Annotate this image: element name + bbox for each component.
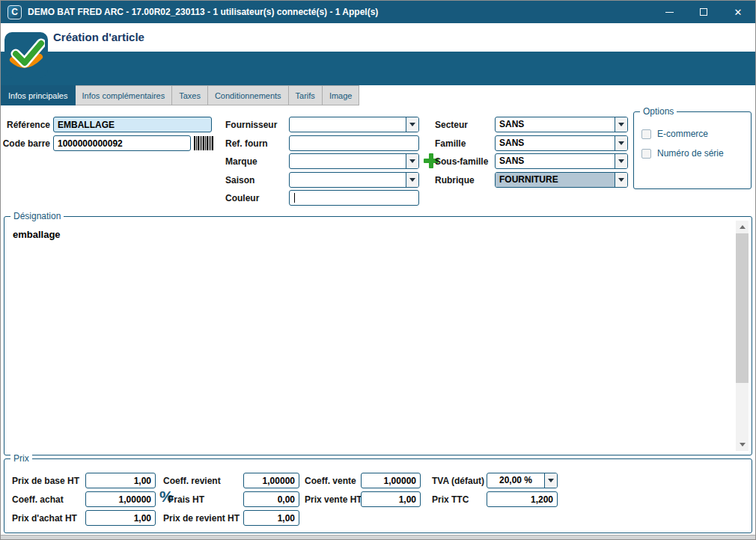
coeff-vente-label: Coeff. vente [305,476,356,486]
prix-revient-ht-label: Prix de revient HT [163,513,240,524]
prix-base-ht-input[interactable] [85,473,156,488]
prix-groupbox: Prix Prix de base HT Coeff. revient Coef… [4,458,752,533]
rubrique-value: FOURNITURE [496,173,615,187]
marque-value [290,154,406,168]
secteur-label: Secteur [435,120,468,130]
code-barre-input[interactable] [53,135,191,151]
tab-conditionnements[interactable]: Conditionnements [208,85,289,105]
ecommerce-option[interactable]: E-commerce [641,129,708,139]
arrow-down-icon [740,443,746,447]
ecommerce-checkbox[interactable] [641,129,651,139]
numero-serie-checkbox[interactable] [641,149,651,159]
text-cursor [294,193,295,203]
barcode-icon [194,136,213,150]
application-window: C DEMO BAT FRED ARC - 17.00R02_230113 - … [0,0,756,540]
close-button[interactable]: ✕ [721,1,755,23]
maximize-icon [700,8,707,16]
status-bar-sliver [1,535,755,539]
coeff-achat-input[interactable] [85,491,156,507]
maximize-button[interactable] [686,1,721,23]
window-title: DEMO BAT FRED ARC - 17.00R02_230113 - 1 … [28,7,652,17]
rubrique-dropdown-button[interactable] [615,173,627,187]
prix-ttc-input[interactable] [487,491,558,507]
ref-fourn-input[interactable] [289,135,419,151]
sous-famille-select[interactable]: SANS [495,153,628,169]
chevron-down-icon [409,178,415,182]
saison-select[interactable] [289,172,419,188]
options-title: Options [640,106,677,117]
famille-dropdown-button[interactable] [615,136,627,150]
tab-infos-principales[interactable]: Infos principales [1,85,76,105]
tva-defaut-label: TVA (défaut) [432,476,484,486]
couleur-label: Couleur [225,193,259,203]
famille-label: Famille [435,138,466,149]
secteur-select[interactable]: SANS [495,117,628,132]
coeff-achat-label: Coeff. achat [12,494,64,505]
tab-tarifs[interactable]: Tarifs [289,85,323,105]
famille-value: SANS [496,136,615,150]
checkmark-swoosh-icon [7,37,45,74]
prix-revient-ht-input[interactable] [243,510,299,526]
tva-defaut-value: 20,00 % [487,473,544,488]
reference-label: Référence [1,120,50,130]
famille-select[interactable]: SANS [495,135,628,151]
marque-select[interactable] [289,153,419,169]
tab-taxes[interactable]: Taxes [172,85,208,105]
app-icon: C [7,5,22,19]
scroll-up-button[interactable] [736,221,749,233]
options-groupbox: Options E-commerce Numéro de série [633,111,752,189]
fournisseur-dropdown-button[interactable] [406,117,418,132]
prix-achat-ht-input[interactable] [85,510,156,526]
chevron-down-icon [618,123,624,126]
saison-label: Saison [225,175,254,185]
sous-famille-value: SANS [496,154,615,168]
secteur-value: SANS [496,117,615,132]
designation-groupbox: Désignation emballage [4,216,752,455]
chevron-down-icon [618,159,624,163]
fournisseur-label: Fournisseur [225,120,277,130]
titlebar: C DEMO BAT FRED ARC - 17.00R02_230113 - … [1,1,755,23]
prix-achat-ht-label: Prix d'achat HT [12,513,77,524]
couleur-input[interactable] [289,190,419,206]
scrollbar-thumb[interactable] [736,233,749,383]
frais-ht-label: Frais HT [168,494,204,505]
numero-serie-option[interactable]: Numéro de série [641,148,724,159]
rubrique-select[interactable]: FOURNITURE [495,172,628,188]
rubrique-label: Rubrique [435,175,475,185]
prix-title: Prix [10,453,32,464]
chevron-down-icon [409,123,415,126]
reference-input[interactable] [53,117,212,132]
tab-image[interactable]: Image [323,85,360,105]
tab-bar: Infos principales Infos complémentaires … [1,85,755,105]
header-band [1,52,755,85]
fournisseur-select[interactable] [289,117,419,132]
app-logo [4,32,48,78]
minimize-button[interactable] [652,1,686,23]
designation-scrollbar[interactable] [736,221,749,451]
sous-famille-dropdown-button[interactable] [615,154,627,168]
saison-value [290,173,406,187]
fournisseur-value [290,117,406,132]
coeff-vente-input[interactable] [361,473,421,488]
saison-dropdown-button[interactable] [406,173,418,187]
sous-famille-label: Sous-famille [435,156,488,167]
tva-defaut-select[interactable]: 20,00 % [487,473,558,488]
chevron-down-icon [409,159,415,163]
prix-vente-ht-input[interactable] [361,491,421,507]
designation-title: Désignation [10,211,64,221]
scroll-down-button[interactable] [736,438,749,451]
frais-ht-input[interactable] [243,491,299,507]
tab-infos-complementaires[interactable]: Infos complémentaires [76,85,173,105]
tva-dropdown-button[interactable] [544,473,557,488]
code-barre-label: Code barre [1,138,50,149]
chevron-down-icon [618,141,624,145]
secteur-dropdown-button[interactable] [615,117,627,132]
ecommerce-label: E-commerce [657,129,708,139]
arrow-up-icon [740,225,746,229]
coeff-revient-input[interactable] [243,473,299,488]
numero-serie-label: Numéro de série [657,148,724,159]
prix-ttc-label: Prix TTC [432,494,469,505]
designation-text[interactable]: emballage [13,229,61,240]
marque-dropdown-button[interactable] [406,154,418,168]
marque-label: Marque [225,156,257,167]
